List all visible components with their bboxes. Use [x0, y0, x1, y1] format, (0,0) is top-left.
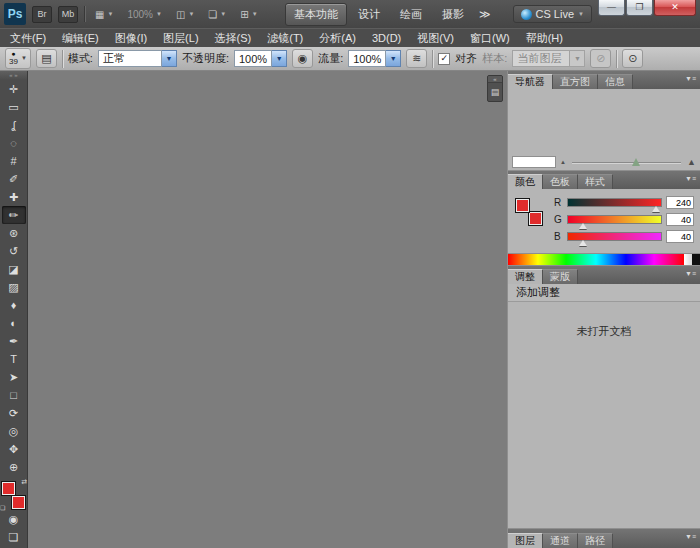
menu-item[interactable]: 编辑(E): [54, 28, 107, 49]
tablet-size-button[interactable]: ⊙: [622, 49, 643, 68]
tool-pen[interactable]: ✒: [2, 332, 26, 350]
opacity-slider-button[interactable]: ▼: [272, 50, 287, 67]
foreground-color-swatch[interactable]: [515, 198, 530, 213]
navigator-zoom-slider[interactable]: [570, 156, 683, 168]
menu-item[interactable]: 帮助(H): [518, 28, 571, 49]
navigator-zoom-field[interactable]: [512, 156, 556, 168]
panel-tab[interactable]: 直方图: [553, 74, 598, 89]
brush-preset-picker[interactable]: ● 39 ▼: [5, 48, 31, 68]
tool-lasso[interactable]: ʆ: [2, 116, 26, 134]
panel-tab[interactable]: 色板: [543, 174, 578, 189]
tool-gradient[interactable]: ▨: [2, 278, 26, 296]
menu-item[interactable]: 窗口(W): [462, 28, 518, 49]
slider-thumb[interactable]: [632, 158, 640, 166]
toolbar-grip[interactable]: « »: [0, 71, 27, 80]
channel-slider[interactable]: [567, 198, 662, 207]
channel-slider[interactable]: [567, 215, 662, 224]
slider-thumb[interactable]: [579, 223, 587, 229]
menu-item[interactable]: 文件(F): [2, 28, 54, 49]
panel-menu-icon[interactable]: ▼≡: [685, 75, 696, 82]
panel-tab[interactable]: 导航器: [508, 74, 553, 89]
tool-type[interactable]: T: [2, 350, 26, 368]
tool-eyedropper[interactable]: ✐: [2, 170, 26, 188]
screen-mode-dropdown[interactable]: ❏ ▼: [204, 7, 230, 22]
slider-thumb[interactable]: [652, 206, 660, 212]
workspace-button[interactable]: 摄影: [433, 3, 473, 26]
view-extras-button[interactable]: ◫ ▼: [172, 7, 198, 22]
panel-menu-icon[interactable]: ▼≡: [685, 533, 696, 540]
background-color-swatch[interactable]: [528, 211, 543, 226]
quick-mask-button[interactable]: ◉: [2, 510, 26, 528]
tool-path-selection[interactable]: ➤: [2, 368, 26, 386]
tool-rotate-3d[interactable]: ⟳: [2, 404, 26, 422]
panel-tab[interactable]: 路径: [578, 533, 613, 548]
minimize-button[interactable]: —: [598, 0, 625, 16]
canvas-area[interactable]: [28, 71, 507, 548]
cs-live-button[interactable]: CS Live ▼: [513, 5, 592, 23]
tool-brush[interactable]: ✏: [2, 206, 26, 224]
menu-item[interactable]: 图像(I): [107, 28, 155, 49]
spectrum-black-swatch[interactable]: [692, 254, 700, 265]
tool-shape[interactable]: □: [2, 386, 26, 404]
airbrush-button[interactable]: ≋: [406, 49, 427, 68]
tool-hand[interactable]: ✥: [2, 440, 26, 458]
default-colors-icon[interactable]: ❏: [0, 504, 5, 511]
menu-item[interactable]: 图层(L): [155, 28, 206, 49]
slider-thumb[interactable]: [579, 240, 587, 246]
zoom-level-dropdown[interactable]: 100% ▼: [123, 7, 166, 22]
tool-blur[interactable]: ♦: [2, 296, 26, 314]
flow-value[interactable]: 100%: [348, 50, 386, 67]
channel-value-field[interactable]: 40: [666, 230, 694, 243]
mode-select[interactable]: 正常 ▼: [98, 50, 177, 67]
arrange-documents-button[interactable]: ⊞ ▼: [236, 7, 261, 22]
tool-healing-brush[interactable]: ✚: [2, 188, 26, 206]
menu-item[interactable]: 选择(S): [207, 28, 260, 49]
history-panel-icon[interactable]: ▤: [488, 83, 502, 101]
opacity-value[interactable]: 100%: [234, 50, 272, 67]
restore-button[interactable]: ❐: [626, 0, 653, 16]
more-workspaces-button[interactable]: ≫: [475, 6, 495, 23]
panel-tab[interactable]: 蒙版: [543, 269, 578, 284]
flow-slider-button[interactable]: ▼: [386, 50, 401, 67]
workspace-button[interactable]: 设计: [349, 3, 389, 26]
spectrum-white-swatch[interactable]: [684, 254, 692, 265]
tool-marquee[interactable]: ▭: [2, 98, 26, 116]
align-checkbox[interactable]: ✓: [438, 53, 450, 65]
panel-tab[interactable]: 调整: [508, 269, 543, 284]
close-button[interactable]: ✕: [654, 0, 696, 16]
panel-tab[interactable]: 图层: [508, 533, 543, 548]
opacity-input[interactable]: 100% ▼: [234, 50, 287, 67]
spectrum-gradient[interactable]: [508, 254, 684, 265]
tool-history-brush[interactable]: ↺: [2, 242, 26, 260]
tool-quick-selection[interactable]: ◌: [2, 134, 26, 152]
toggle-brush-panel-button[interactable]: ▤: [36, 49, 57, 68]
workspace-button[interactable]: 绘画: [391, 3, 431, 26]
background-color-swatch[interactable]: [11, 495, 26, 510]
tool-eraser[interactable]: ◪: [2, 260, 26, 278]
launcher-button[interactable]: ▦ ▼: [91, 7, 117, 22]
channel-value-field[interactable]: 40: [666, 213, 694, 226]
tool-crop[interactable]: #: [2, 152, 26, 170]
tool-move[interactable]: ✛: [2, 80, 26, 98]
channel-slider[interactable]: [567, 232, 662, 241]
color-spectrum-bar[interactable]: [508, 253, 700, 265]
channel-value-field[interactable]: 240: [666, 196, 694, 209]
panel-tab[interactable]: 颜色: [508, 174, 543, 189]
tool-camera-3d[interactable]: ◎: [2, 422, 26, 440]
flow-input[interactable]: 100% ▼: [348, 50, 401, 67]
zoom-in-icon[interactable]: ▲: [687, 157, 696, 167]
panel-menu-icon[interactable]: ▼≡: [685, 175, 696, 182]
foreground-color-swatch[interactable]: [1, 481, 16, 496]
tool-zoom[interactable]: ⊕: [2, 458, 26, 476]
zoom-out-icon[interactable]: ▲: [560, 159, 566, 165]
menu-item[interactable]: 分析(A): [311, 28, 364, 49]
tablet-opacity-button[interactable]: ◉: [292, 49, 313, 68]
screen-mode-button[interactable]: ❏: [2, 528, 26, 546]
workspace-button[interactable]: 基本功能: [285, 3, 347, 26]
menu-item[interactable]: 滤镜(T): [259, 28, 311, 49]
tool-clone-stamp[interactable]: ⊛: [2, 224, 26, 242]
panel-tab[interactable]: 通道: [543, 533, 578, 548]
panel-menu-icon[interactable]: ▼≡: [685, 270, 696, 277]
swap-colors-icon[interactable]: ⇄: [21, 478, 27, 486]
panel-tab[interactable]: 样式: [578, 174, 613, 189]
